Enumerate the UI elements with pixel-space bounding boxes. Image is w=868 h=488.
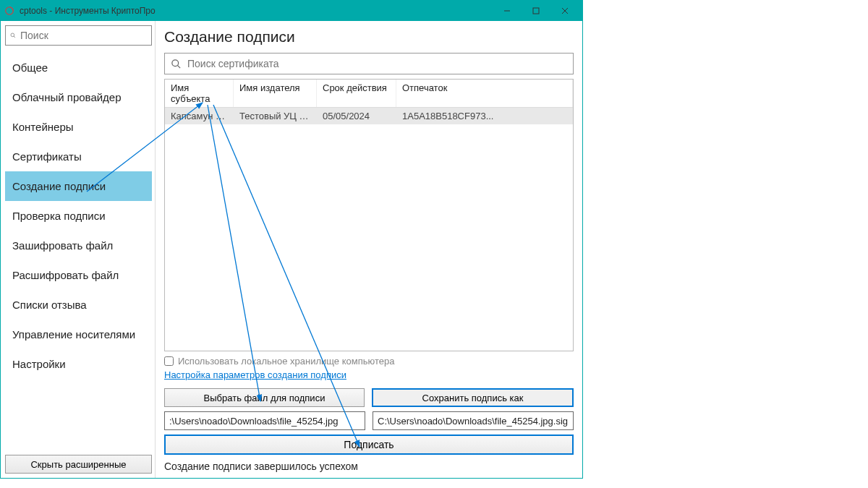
local-store-row: Использовать локальное хранилище компьют…	[164, 356, 574, 367]
sign-button[interactable]: Подписать	[164, 435, 574, 455]
col-issuer[interactable]: Имя издателя	[234, 80, 317, 107]
main-panel: Создание подписи Имя субъекта Имя издате…	[156, 21, 582, 478]
hide-extended-button[interactable]: Скрыть расширенные	[5, 455, 152, 474]
svg-line-8	[177, 65, 180, 68]
cell-fingerprint: 1A5A18B518CF973...	[396, 108, 573, 124]
nav-list: Общее Облачный провайдер Контейнеры Серт…	[5, 53, 152, 455]
cell-subject: Капсамун Пр...	[165, 108, 234, 124]
status-message: Создание подписи завершилось успехом	[164, 461, 574, 472]
file-buttons-row: Выбрать файл для подписи Сохранить подпи…	[164, 388, 574, 407]
app-icon	[4, 5, 15, 17]
choose-file-button[interactable]: Выбрать файл для подписи	[164, 388, 365, 407]
sidebar: Общее Облачный провайдер Контейнеры Серт…	[1, 21, 156, 478]
sidebar-item-verify-signature[interactable]: Проверка подписи	[5, 201, 152, 231]
col-fingerprint[interactable]: Отпечаток	[396, 80, 573, 107]
sidebar-item-containers[interactable]: Контейнеры	[5, 112, 152, 142]
output-file-path[interactable]	[373, 411, 574, 430]
app-window: cptools - Инструменты КриптоПро Общее Об…	[0, 0, 583, 479]
close-button[interactable]	[550, 1, 579, 21]
table-row[interactable]: Капсамун Пр... Тестовый УЦ ОО... 05/05/2…	[165, 108, 573, 124]
sidebar-item-create-signature[interactable]: Создание подписи	[5, 171, 152, 201]
sidebar-item-revocation-lists[interactable]: Списки отзыва	[5, 290, 152, 320]
sidebar-item-general[interactable]: Общее	[5, 53, 152, 82]
search-icon	[10, 30, 16, 40]
sidebar-item-settings[interactable]: Настройки	[5, 349, 152, 379]
local-store-checkbox[interactable]	[164, 356, 174, 366]
window-title: cptools - Инструменты КриптоПро	[20, 6, 493, 16]
table-header: Имя субъекта Имя издателя Срок действия …	[165, 80, 573, 108]
window-controls	[493, 1, 579, 21]
input-file-path[interactable]	[164, 411, 365, 430]
sidebar-item-media-management[interactable]: Управление носителями	[5, 320, 152, 349]
save-signature-as-button[interactable]: Сохранить подпись как	[372, 388, 574, 407]
sidebar-item-cloud-provider[interactable]: Облачный провайдер	[5, 82, 152, 112]
sidebar-search[interactable]	[5, 25, 152, 46]
body-area: Общее Облачный провайдер Контейнеры Серт…	[1, 21, 582, 478]
sidebar-item-decrypt-file[interactable]: Расшифровать файл	[5, 260, 152, 290]
minimize-button[interactable]	[493, 1, 522, 21]
svg-point-5	[11, 33, 14, 37]
sidebar-search-input[interactable]	[20, 30, 147, 41]
page-title: Создание подписи	[164, 28, 574, 46]
signature-params-link[interactable]: Настройка параметров создания подписи	[164, 369, 346, 380]
sidebar-item-certificates[interactable]: Сертификаты	[5, 142, 152, 171]
params-link-row: Настройка параметров создания подписи	[164, 368, 574, 381]
titlebar: cptools - Инструменты КриптоПро	[1, 1, 582, 21]
certificate-search-input[interactable]	[187, 58, 567, 69]
col-subject[interactable]: Имя субъекта	[165, 80, 234, 107]
cell-issuer: Тестовый УЦ ОО...	[234, 108, 317, 124]
certificate-search[interactable]	[164, 53, 574, 74]
svg-line-6	[14, 36, 15, 38]
certificate-table: Имя субъекта Имя издателя Срок действия …	[164, 79, 574, 351]
sidebar-item-encrypt-file[interactable]: Зашифровать файл	[5, 231, 152, 260]
path-inputs-row	[164, 411, 574, 430]
local-store-label: Использовать локальное хранилище компьют…	[178, 356, 394, 367]
search-icon	[171, 59, 182, 69]
cell-expiry: 05/05/2024	[317, 108, 396, 124]
maximize-button[interactable]	[522, 1, 550, 21]
svg-rect-2	[533, 8, 539, 14]
col-expiry[interactable]: Срок действия	[317, 80, 396, 107]
svg-point-7	[172, 59, 179, 66]
